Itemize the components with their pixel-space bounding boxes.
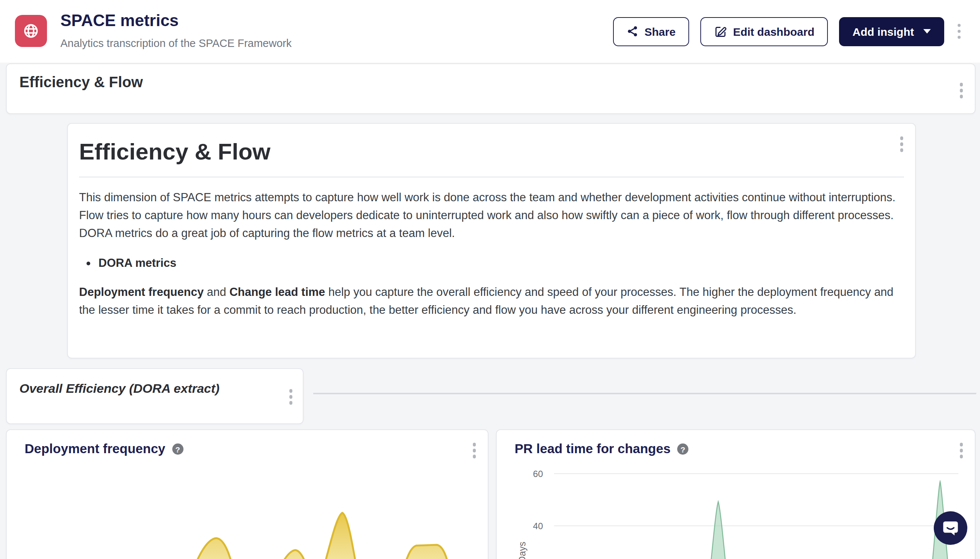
text-card-more-menu[interactable] [897,134,905,154]
text-card-paragraph-2: Deployment frequency and Change lead tim… [79,283,904,319]
dashboard-app-icon [15,15,47,47]
chevron-down-icon [923,29,930,33]
bold-deployment-frequency: Deployment frequency [79,286,204,298]
row-divider-line [313,393,976,394]
overall-card-more-menu[interactable] [287,387,295,407]
page-subtitle: Analytics transcription of the SPACE Fra… [60,37,292,49]
header-more-menu[interactable] [955,22,963,41]
deployment-frequency-card: Deployment frequency ? [6,429,489,559]
edit-dashboard-button-label: Edit dashboard [733,25,814,38]
pr-lead-time-area-chart [497,430,975,559]
share-icon [627,25,638,37]
add-insight-button-label: Add insight [852,25,914,38]
section-card-efficiency-flow: Efficiency & Flow [6,63,975,114]
deployment-frequency-title: Deployment frequency [25,441,165,457]
share-button-label: Share [644,25,675,38]
chat-bubble-icon [941,519,960,538]
text-card-title: Efficiency & Flow [79,139,904,165]
bullet-dora-metrics: DORA metrics [98,254,904,272]
page-title: SPACE metrics [60,11,179,31]
share-button[interactable]: Share [613,17,689,46]
dashboard-page: SPACE metrics Analytics transcription of… [0,0,980,559]
text-card-efficiency-flow: Efficiency & Flow This dimension of SPAC… [67,123,916,359]
section-more-menu[interactable] [957,81,965,100]
dashboard-header: SPACE metrics Analytics transcription of… [0,0,980,63]
edit-dashboard-button[interactable]: Edit dashboard [700,17,828,46]
deployment-frequency-area-chart [7,491,489,559]
help-icon[interactable]: ? [172,443,183,455]
text-card-paragraph-1: This dimension of SPACE metrics attempts… [79,189,904,242]
overall-efficiency-card: Overall Efficiency (DORA extract) [6,368,303,424]
bold-change-lead-time: Change lead time [229,286,325,298]
text-card-bullet-list: DORA metrics [79,254,904,272]
header-actions: Share Edit dashboard Add insight [613,17,963,46]
add-insight-button[interactable]: Add insight [839,17,944,46]
globe-icon [22,22,40,40]
edit-icon [714,25,727,38]
chat-button[interactable] [934,511,967,545]
section-title: Efficiency & Flow [19,74,962,91]
deployment-card-more-menu[interactable] [470,440,478,460]
overall-efficiency-title: Overall Efficiency (DORA extract) [19,382,290,397]
pr-lead-time-card: PR lead time for changes ? 60 40 Days [496,429,975,559]
text-card-divider [79,177,904,177]
